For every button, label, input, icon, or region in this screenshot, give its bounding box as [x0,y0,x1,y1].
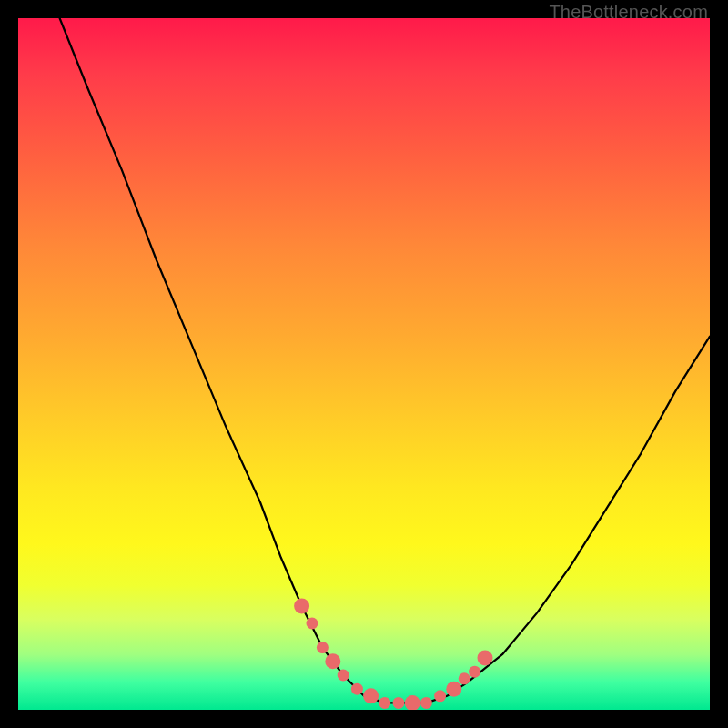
bottleneck-curve [60,18,710,703]
marker-point [317,642,329,653]
marker-point [379,697,390,709]
marker-point [393,697,405,709]
marker-point [405,695,420,710]
marker-point [338,670,349,682]
marker-point [446,682,461,697]
chart-plot-area [18,18,710,710]
chart-svg [18,18,710,710]
marker-point [294,599,309,614]
marker-point [420,697,432,709]
marker-point [459,672,470,684]
marker-point [307,618,318,630]
marker-point [478,651,493,666]
marker-point [363,688,379,703]
marker-point [469,666,480,678]
marker-point [351,683,363,695]
marker-group [294,599,492,711]
marker-point [325,653,340,669]
marker-point [434,690,446,702]
